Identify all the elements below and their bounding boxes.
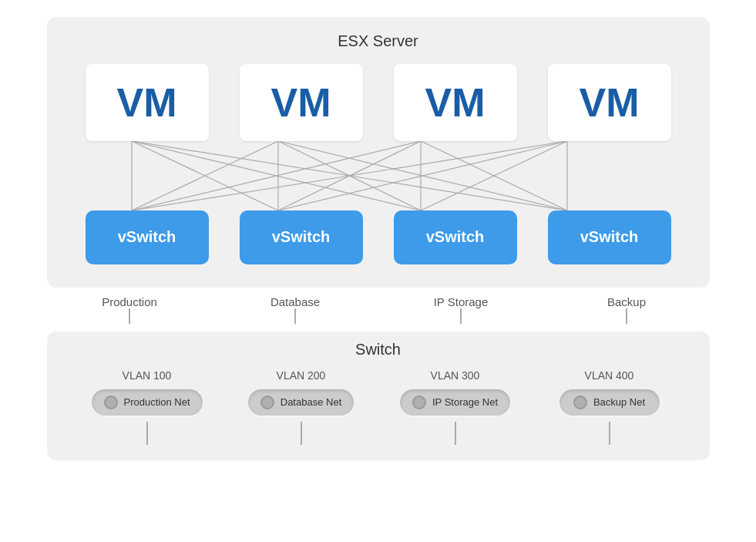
vert-line-4: [609, 422, 610, 445]
net-pill-wrap-2: Database Net: [240, 389, 363, 416]
connector-line-3: [460, 308, 462, 324]
vert-line-wrap-1: [86, 422, 209, 445]
net-pills-row: Production Net Database Net IP Storage N…: [70, 389, 687, 416]
vert-lines-row: [70, 422, 687, 445]
esx-server-box: ESX Server VM VM VM VM: [47, 17, 710, 288]
vswitch-box-1: vSwitch: [86, 210, 209, 264]
vlan-label-4: VLAN 400: [548, 369, 671, 382]
vswitch-box-2: vSwitch: [240, 210, 363, 264]
pill-circle-3: [412, 396, 426, 409]
vm-box-2: VM: [240, 64, 363, 141]
connection-lines-svg: [70, 141, 687, 210]
vm-box-3: VM: [394, 64, 517, 141]
vm-box-1: VM: [86, 64, 209, 141]
net-pill-1: Production Net: [92, 389, 203, 416]
net-pill-label-2: Database Net: [281, 396, 342, 408]
vswitch-label-2: Database: [234, 295, 357, 308]
switch-section: Switch VLAN 100 VLAN 200 VLAN 300 VLAN 4…: [47, 332, 710, 460]
vert-line-wrap-4: [548, 422, 671, 445]
vswitch-labels-row: Production Database IP Storage Backup: [47, 295, 710, 308]
connector-line-wrap-3: [399, 308, 522, 324]
switch-title: Switch: [70, 341, 687, 359]
vert-line-3: [455, 422, 456, 445]
connector-lines: [47, 308, 710, 324]
vlan-label-3: VLAN 300: [394, 369, 517, 382]
vlan-label-1: VLAN 100: [86, 369, 209, 382]
vswitch-label-3: IP Storage: [399, 295, 522, 308]
vlan-label-2: VLAN 200: [240, 369, 363, 382]
vm-box-4: VM: [548, 64, 671, 141]
connector-line-2: [294, 308, 296, 324]
vswitch-row: vSwitch vSwitch vSwitch vSwitch: [70, 210, 687, 264]
vert-line-wrap-2: [240, 422, 363, 445]
connections-area: [70, 141, 687, 210]
vert-line-wrap-3: [394, 422, 517, 445]
pill-circle-4: [573, 396, 587, 409]
net-pill-label-1: Production Net: [124, 396, 190, 408]
net-pill-label-4: Backup Net: [593, 396, 645, 408]
net-pill-wrap-4: Backup Net: [548, 389, 671, 416]
connector-line-wrap-4: [565, 308, 688, 324]
connector-line-wrap-2: [234, 308, 357, 324]
vert-line-1: [146, 422, 148, 445]
vswitch-label-4: Backup: [565, 295, 688, 308]
net-pill-3: IP Storage Net: [400, 389, 510, 416]
connector-line-wrap-1: [68, 308, 191, 324]
pill-circle-2: [260, 396, 274, 409]
vm-row: VM VM VM VM: [70, 64, 687, 141]
vswitch-label-1: Production: [68, 295, 191, 308]
connector-line-1: [129, 308, 130, 324]
connector-line-4: [626, 308, 627, 324]
net-pill-4: Backup Net: [559, 389, 660, 416]
net-pill-wrap-3: IP Storage Net: [394, 389, 517, 416]
pill-circle-1: [104, 396, 118, 409]
esx-title: ESX Server: [70, 32, 687, 50]
vswitch-box-4: vSwitch: [548, 210, 671, 264]
net-pill-wrap-1: Production Net: [86, 389, 209, 416]
net-pill-2: Database Net: [248, 389, 354, 416]
diagram: ESX Server VM VM VM VM: [32, 17, 725, 526]
vlan-row: VLAN 100 VLAN 200 VLAN 300 VLAN 400: [70, 369, 687, 382]
vswitch-box-3: vSwitch: [394, 210, 517, 264]
vert-line-2: [301, 422, 302, 445]
net-pill-label-3: IP Storage Net: [432, 396, 498, 408]
